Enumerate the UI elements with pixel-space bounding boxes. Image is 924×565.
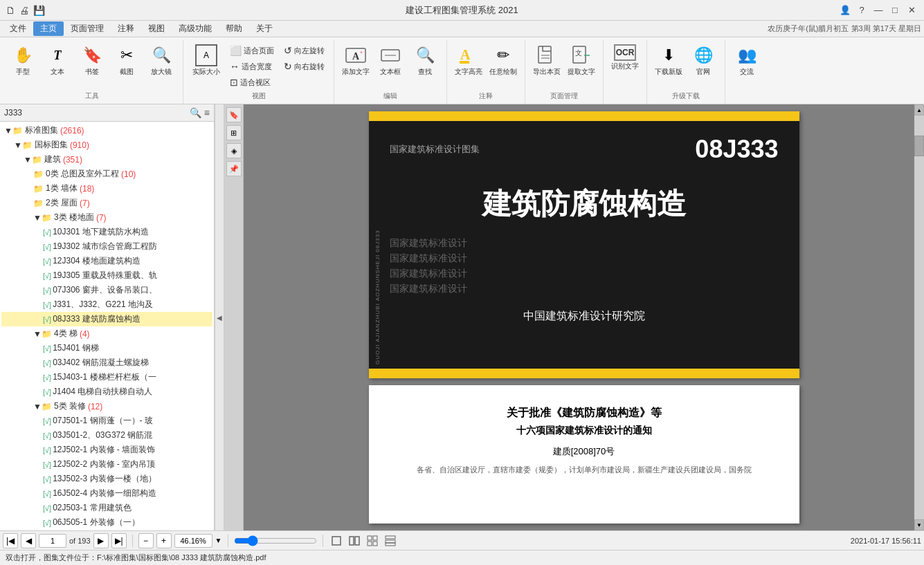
- menu-item-home[interactable]: 主页: [33, 21, 64, 36]
- folder-collapse-icon: ▼: [4, 126, 12, 136]
- viewer-pages-btn[interactable]: ⊞: [226, 125, 242, 140]
- tree-item-16j502-4[interactable]: [√] 16J502-4 内装修一细部构造: [1, 486, 212, 501]
- zoom-out-btn[interactable]: −: [138, 533, 154, 548]
- bottom-right-datetime: 2021-01-17 15:56:11: [851, 537, 921, 545]
- nav-prev-btn[interactable]: ◀: [21, 533, 36, 548]
- sidebar-collapse-handle[interactable]: ◀: [215, 104, 224, 530]
- zoom-in-btn[interactable]: +: [156, 533, 172, 548]
- menu-item-advanced[interactable]: 高级功能: [172, 21, 219, 36]
- rotate-left-button[interactable]: ↺ 向左旋转: [280, 43, 328, 58]
- menu-item-file[interactable]: 文件: [3, 21, 33, 36]
- menu-item-annotation[interactable]: 注释: [111, 21, 141, 36]
- menu-item-help[interactable]: 帮助: [219, 21, 249, 36]
- tree-item-architecture[interactable]: ▼ 📁 建筑(351): [1, 152, 212, 167]
- tree-item-19j302[interactable]: [√] 19J302 城市综合管廊工程防: [1, 239, 212, 254]
- official-site-button[interactable]: 🌐 官网: [687, 41, 719, 79]
- tree-item-12j304[interactable]: [√] 12J304 楼地面建筑构造: [1, 254, 212, 268]
- tree-item-cat1[interactable]: 📁 1类 墙体(18): [1, 181, 212, 196]
- hand-tool-button[interactable]: ✋ 手型: [7, 41, 39, 79]
- tree-item-07j306[interactable]: [√] 07J306 窗井、设备吊装口、: [1, 283, 212, 297]
- nav-next-btn[interactable]: ▶: [93, 533, 109, 548]
- nav-last-btn[interactable]: ▶|: [111, 533, 127, 548]
- freehand-draw-button[interactable]: ✏ 任意绘制: [487, 41, 519, 79]
- fit-page-button[interactable]: ⬜ 适合页面: [226, 43, 278, 58]
- tree-item-07j501[interactable]: [√] 07J501-1 钢雨蓬（一）- 玻: [1, 414, 212, 428]
- close-button[interactable]: ✕: [905, 5, 918, 15]
- tree-item-cat3[interactable]: ▼ 📁 3类 楼地面(7): [1, 210, 212, 225]
- page-number-input[interactable]: [39, 534, 66, 548]
- tree-item-03j402[interactable]: [√] 03J402 钢筋混凝土螺旋梯: [1, 355, 212, 370]
- page2-doc-num: 建质[2008]70号: [404, 445, 765, 458]
- tree-item-03j501[interactable]: [√] 03J501-2、03G372 钢筋混: [1, 428, 212, 443]
- save-icon[interactable]: 💾: [33, 5, 45, 16]
- scroll-up-btn[interactable]: ▲: [914, 104, 924, 115]
- user-icon[interactable]: 👤: [838, 5, 852, 15]
- page1-side-text: GUOJI AJIANZHUBI AOZHUNSHEJI 08J333: [374, 125, 381, 364]
- download-new-button[interactable]: ⬇ 下载新版: [653, 41, 685, 79]
- menu-item-about[interactable]: 关于: [249, 21, 280, 36]
- restore-button[interactable]: □: [888, 5, 902, 15]
- dropdown-icon[interactable]: ▼: [215, 537, 222, 544]
- print-icon[interactable]: 🖨: [19, 5, 29, 16]
- fit-width-button[interactable]: ↔ 适合宽度: [226, 59, 278, 74]
- textbox-button[interactable]: 文本框: [374, 41, 406, 79]
- zoom-slider[interactable]: [234, 535, 317, 546]
- tree-item-15j401[interactable]: [√] 15J401 钢梯: [1, 341, 212, 355]
- tree-item-cat2[interactable]: 📁 2类 屋面(7): [1, 196, 212, 210]
- toolbar-ribbon: ✋ 手型 T 文本 🔖 书签 ✂ 截图 🔍 放大镜 工具: [0, 37, 924, 104]
- yellow-bar-top: [369, 111, 799, 121]
- tree-item-19j305[interactable]: [√] 19J305 重载及特殊重载、轨: [1, 268, 212, 283]
- tree-item-j331[interactable]: [√] J331、J332、G221 地沟及: [1, 297, 212, 312]
- viewer-layers-btn[interactable]: ◈: [226, 143, 242, 158]
- scroll-thumb[interactable]: [914, 136, 924, 156]
- zoom-input[interactable]: [174, 534, 212, 548]
- menu-icon[interactable]: ≡: [204, 107, 210, 118]
- tree-item-06j505[interactable]: [√] 06J505-1 外装修（一）: [1, 515, 212, 530]
- tree-item-12j502-2[interactable]: [√] 12J502-2 内装修 - 室内吊顶: [1, 457, 212, 472]
- tree-item-atlas[interactable]: ▼ 📁 标准图集(2616): [1, 123, 212, 138]
- tree-item-national[interactable]: ▼ 📁 国标图集(910): [1, 138, 212, 152]
- tree-item-08j333[interactable]: [√] 08J333 建筑防腐蚀构造: [1, 312, 212, 326]
- svg-rect-17: [373, 536, 377, 540]
- tree-item-cat0[interactable]: 📁 0类 总图及室外工程(10): [1, 167, 212, 181]
- new-doc-icon[interactable]: 🗋: [6, 5, 15, 16]
- actual-size-button[interactable]: A 实际大小: [189, 41, 224, 79]
- minimize-button[interactable]: —: [871, 5, 885, 15]
- fit-region-button[interactable]: ⊡ 适合视区: [226, 75, 278, 90]
- rotate-right-button[interactable]: ↻ 向右旋转: [280, 59, 328, 74]
- tree-item-12j502-1[interactable]: [√] 12J502-1 内装修 - 墙面装饰: [1, 443, 212, 457]
- extract-text-button[interactable]: 文 提取文字: [565, 41, 597, 79]
- help-icon[interactable]: ?: [855, 5, 869, 15]
- page2-title-main: 关于批准《建筑防腐蚀构造》等: [404, 406, 765, 420]
- export-page-button[interactable]: 导出本页: [531, 41, 563, 79]
- bookmark-tool-button[interactable]: 🔖 书签: [76, 41, 108, 79]
- scroll-down-btn[interactable]: ▼: [914, 519, 924, 530]
- tree-item-15j403[interactable]: [√] 15J403-1 楼梯栏杆栏板（一: [1, 370, 212, 385]
- pdf-scrollbar[interactable]: ▲ ▼: [914, 104, 924, 530]
- search-icon[interactable]: 🔍: [190, 107, 201, 118]
- nav-first-btn[interactable]: |◀: [3, 533, 18, 548]
- find-button[interactable]: 🔍 查找: [409, 41, 441, 79]
- viewer-marker-btn[interactable]: 📌: [226, 161, 242, 176]
- menu-item-page-mgmt[interactable]: 页面管理: [64, 21, 111, 36]
- tree-item-10j301[interactable]: [√] 10J301 地下建筑防水构造: [1, 225, 212, 239]
- magnifier-tool-button[interactable]: 🔍 放大镜: [145, 41, 177, 79]
- view-scroll-btn[interactable]: [383, 533, 398, 548]
- view-double-btn[interactable]: [347, 533, 362, 548]
- add-text-button[interactable]: A+ 添加文字: [340, 41, 372, 79]
- tree-item-cat5[interactable]: ▼ 📁 5类 装修(12): [1, 399, 212, 414]
- menu-item-view[interactable]: 视图: [141, 21, 172, 36]
- view-single-btn[interactable]: [329, 533, 344, 548]
- view-grid-btn[interactable]: [365, 533, 380, 548]
- tree-item-13j502-3[interactable]: [√] 13J502-3 内装修一楼（地）: [1, 472, 212, 486]
- tree-item-cat4[interactable]: ▼ 📁 4类 梯(4): [1, 326, 212, 341]
- screenshot-tool-button[interactable]: ✂ 截图: [111, 41, 143, 79]
- highlight-button[interactable]: A 文字高亮: [453, 41, 484, 79]
- ocr-button[interactable]: OCR 识别文字: [609, 41, 641, 73]
- tree-item-02j503[interactable]: [√] 02J503-1 常用建筑色: [1, 501, 212, 515]
- pdf-viewer[interactable]: 🔖 ⊞ ◈ 📌 国家建筑标准设计图集 08J333 建筑防腐蚀构造 国家建筑标准…: [224, 104, 924, 530]
- community-button[interactable]: 👥 交流: [731, 41, 763, 79]
- tree-item-j1404[interactable]: [√] J1404 电梯自动扶梯自动人: [1, 385, 212, 399]
- text-tool-button[interactable]: T 文本: [42, 41, 73, 79]
- viewer-bookmark-btn[interactable]: 🔖: [226, 107, 242, 122]
